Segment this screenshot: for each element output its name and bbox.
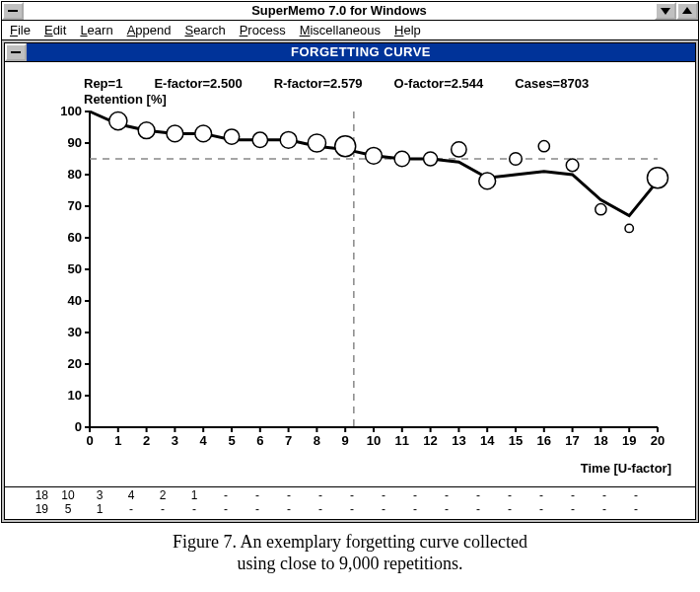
svg-point-89 (648, 168, 668, 188)
table-cell: 10 (52, 488, 84, 502)
sub-title-bar: FORGETTING CURVE (5, 43, 695, 61)
table-row: 18 103421-------------- (5, 488, 695, 502)
svg-text:5: 5 (228, 433, 235, 448)
chart-stats: Rep=1 E-factor=2.500 R-factor=2.579 O-fa… (84, 76, 675, 91)
svg-point-70 (109, 112, 127, 130)
svg-point-71 (138, 122, 155, 139)
svg-point-73 (195, 125, 212, 142)
svg-text:0: 0 (75, 419, 82, 434)
table-cell: - (399, 502, 431, 516)
table-cell: - (336, 502, 368, 516)
svg-point-80 (394, 151, 409, 166)
table-cell: - (115, 502, 147, 516)
svg-text:60: 60 (68, 230, 82, 245)
menu-edit[interactable]: Edit (44, 23, 66, 37)
table-cell: - (462, 488, 494, 502)
svg-text:30: 30 (68, 325, 82, 339)
svg-point-82 (452, 142, 466, 157)
forgetting-curve-plot: 0102030405060708090100012345678910111213… (44, 102, 675, 467)
table-cell: - (273, 502, 305, 516)
table-cell: 1 (84, 502, 115, 516)
menu-file[interactable]: File (10, 23, 31, 37)
svg-point-88 (625, 224, 633, 232)
table-cell: - (178, 502, 210, 516)
svg-text:13: 13 (452, 433, 465, 448)
row-lead: 18 (5, 488, 52, 502)
svg-text:14: 14 (480, 433, 495, 448)
svg-text:20: 20 (651, 433, 665, 448)
table-cell: - (589, 502, 620, 516)
svg-point-72 (167, 125, 183, 142)
table-cell: - (242, 502, 273, 516)
svg-text:80: 80 (68, 167, 82, 182)
svg-point-86 (566, 159, 579, 172)
table-cell: - (557, 488, 589, 502)
svg-text:3: 3 (172, 433, 178, 448)
table-cell: 1 (178, 488, 210, 502)
menu-help[interactable]: Help (394, 23, 421, 37)
menu-bar: File Edit Learn Append Search Process Mi… (2, 21, 698, 40)
svg-point-77 (308, 134, 325, 152)
title-bar: SuperMemo 7.0 for Windows (2, 2, 698, 21)
maximize-button[interactable] (676, 2, 698, 20)
menu-misc[interactable]: Miscellaneous (300, 23, 381, 37)
table-cell: 3 (84, 488, 115, 502)
stat-cases: Cases=8703 (515, 76, 589, 91)
stat-rfactor: R-factor=2.579 (274, 76, 363, 91)
table-cell: - (368, 502, 399, 516)
minimize-button[interactable] (655, 2, 676, 20)
table-cell: - (210, 488, 242, 502)
table-cell: - (557, 502, 589, 516)
caption-line1: Figure 7. An exemplary forgetting curve … (0, 531, 700, 553)
table-cell: - (431, 488, 462, 502)
svg-text:6: 6 (256, 433, 263, 448)
svg-point-81 (424, 152, 438, 166)
svg-point-83 (479, 173, 496, 189)
svg-text:11: 11 (395, 433, 409, 448)
menu-append[interactable]: Append (127, 23, 172, 37)
svg-point-78 (335, 136, 356, 157)
svg-text:50: 50 (68, 261, 82, 276)
table-cell: - (462, 502, 494, 516)
table-cell: - (273, 488, 305, 502)
svg-text:9: 9 (342, 433, 349, 448)
svg-text:10: 10 (68, 388, 82, 403)
row-lead: 19 (5, 502, 52, 516)
svg-point-75 (252, 132, 267, 147)
svg-marker-1 (682, 7, 692, 14)
table-cell: - (431, 502, 462, 516)
caption-line2: using close to 9,000 repetitions. (0, 553, 700, 574)
table-cell: - (210, 502, 242, 516)
window-title: SuperMemo 7.0 for Windows (24, 2, 655, 20)
svg-text:15: 15 (509, 433, 523, 448)
table-cell: - (336, 488, 368, 502)
svg-point-84 (510, 153, 523, 166)
svg-text:4: 4 (200, 433, 208, 448)
table-cell: 4 (115, 488, 147, 502)
forgetting-curve-window: FORGETTING CURVE Rep=1 E-factor=2.500 R-… (4, 42, 696, 520)
stat-efactor: E-factor=2.500 (154, 76, 242, 91)
app-window: SuperMemo 7.0 for Windows File Edit Lear… (1, 1, 699, 523)
table-cell: - (494, 502, 525, 516)
menu-learn[interactable]: Learn (80, 23, 112, 37)
svg-text:16: 16 (537, 433, 551, 448)
sub-system-menu-icon[interactable] (5, 43, 27, 61)
table-cell: - (589, 488, 620, 502)
table-cell: - (399, 488, 431, 502)
table-row: 19 51----------------- (5, 502, 695, 516)
stat-ofactor: O-factor=2.544 (394, 76, 484, 91)
sub-window-title: FORGETTING CURVE (27, 43, 695, 61)
svg-point-76 (280, 131, 297, 148)
table-cell: - (525, 488, 557, 502)
system-menu-icon[interactable] (2, 2, 24, 20)
svg-text:17: 17 (565, 433, 579, 448)
menu-search[interactable]: Search (184, 23, 225, 37)
svg-point-85 (538, 141, 549, 152)
svg-text:90: 90 (68, 135, 82, 150)
data-table-strip: 18 103421-------------- 19 51-----------… (5, 486, 695, 519)
svg-text:2: 2 (143, 433, 150, 448)
figure-caption: Figure 7. An exemplary forgetting curve … (0, 531, 700, 574)
svg-text:40: 40 (68, 293, 82, 308)
menu-process[interactable]: Process (240, 23, 286, 37)
svg-point-87 (595, 204, 606, 215)
